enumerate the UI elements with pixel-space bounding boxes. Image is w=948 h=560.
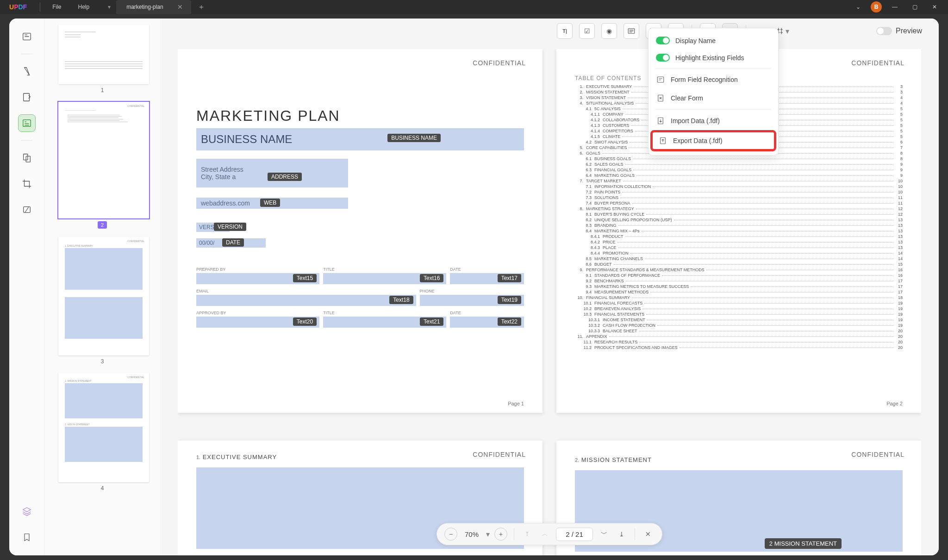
menu-display-name[interactable]: Display Name — [649, 32, 778, 49]
field-tag: WEB — [260, 199, 280, 207]
thumbnail-1[interactable]: 1 — [58, 25, 146, 93]
version-field[interactable]: VERSVERSION — [196, 223, 230, 232]
confidential-label: CONFIDENTIAL — [851, 451, 904, 458]
thumb-number: 2 — [98, 221, 107, 229]
zoom-out-button[interactable]: − — [444, 528, 457, 541]
menu-highlight-fields[interactable]: Highlight Existing Fields — [649, 49, 778, 66]
page-number: Page 2 — [886, 401, 903, 406]
email-field[interactable]: Text18 — [196, 295, 416, 306]
document-tab[interactable]: marketing-plan ✕ — [116, 0, 191, 14]
approved-by-field[interactable]: Text20 — [196, 317, 319, 328]
layers-icon[interactable] — [18, 503, 36, 520]
thumb-number: 4 — [58, 485, 146, 492]
reader-tool-icon[interactable] — [18, 28, 36, 45]
left-tool-rail — [9, 19, 44, 555]
business-name-field[interactable]: BUSINESS NAME BUSINESS NAME — [196, 128, 524, 150]
menu-file[interactable]: File — [44, 4, 69, 10]
titlebar: UPDF File Help ▾ marketing-plan ✕ ＋ ⌄ B … — [0, 0, 948, 14]
field-tag: ADDRESS — [268, 173, 302, 181]
date-field-2[interactable]: Text17 — [450, 273, 524, 284]
next-page-button[interactable]: ﹀ — [598, 528, 611, 541]
title-field[interactable]: Text16 — [323, 273, 446, 284]
field-tooltip: 2 MISSION STATEMENT — [765, 538, 842, 549]
close-tab-icon[interactable]: ✕ — [177, 3, 183, 11]
confidential-label: CONFIDENTIAL — [851, 59, 904, 67]
prev-page-button[interactable]: ︿ — [538, 528, 551, 541]
redact-tool-icon[interactable] — [18, 201, 36, 218]
bookmark-icon[interactable] — [18, 529, 36, 546]
edit-tool-icon[interactable] — [18, 88, 36, 106]
thumb-number: 3 — [58, 358, 146, 365]
import-icon — [656, 116, 665, 125]
web-field[interactable]: webaddress.com WEB — [196, 198, 348, 209]
close-bar-button[interactable]: ✕ — [642, 528, 655, 541]
menu-import-data[interactable]: Import Data (.fdf) — [649, 112, 778, 130]
svg-rect-9 — [657, 77, 664, 82]
svg-rect-3 — [23, 154, 27, 160]
confidential-label: CONFIDENTIAL — [473, 59, 526, 67]
page-input[interactable]: 2 / 21 — [556, 528, 593, 541]
document-canvas: T| ☑ ◉ OK ▤ ▦ ▾ ▾ Preview CONFIDENTIAL M… — [160, 19, 939, 555]
user-avatar[interactable]: B — [871, 1, 882, 12]
new-tab-button[interactable]: ＋ — [198, 2, 205, 12]
window-close-icon[interactable]: ✕ — [928, 1, 942, 13]
thumbnail-panel: 1 CONFIDENTIAL 2 CONFIDE — [44, 19, 160, 555]
tab-title: marketing-plan — [126, 4, 163, 10]
zoom-dropdown-icon[interactable]: ▾ — [486, 530, 490, 539]
menu-export-data[interactable]: Export Data (.fdf) — [653, 132, 774, 149]
page-title: MARKETING PLAN — [196, 107, 524, 124]
page-control-bar: − 70% ▾ + ⤒ ︿ 2 / 21 ﹀ ⤓ ✕ — [437, 523, 662, 545]
checkbox-tool[interactable]: ☑ — [579, 23, 595, 39]
field-tag: BUSINESS NAME — [387, 134, 441, 142]
thumbnail-2[interactable]: CONFIDENTIAL 2 — [58, 102, 146, 229]
title-field-2[interactable]: Text21 — [323, 317, 446, 328]
svg-rect-4 — [26, 156, 30, 162]
page-1: CONFIDENTIAL MARKETING PLAN BUSINESS NAM… — [178, 49, 543, 413]
clear-form-icon — [656, 93, 665, 103]
last-page-button[interactable]: ⤓ — [615, 528, 628, 541]
chevron-down-icon[interactable]: ⌄ — [851, 1, 865, 13]
zoom-in-button[interactable]: + — [494, 528, 507, 541]
app-frame: 1 CONFIDENTIAL 2 CONFIDE — [9, 19, 939, 555]
menu-form-recognition[interactable]: Form Field Recognition — [649, 70, 778, 89]
phone-field[interactable]: Text19 — [420, 295, 524, 306]
text-field-tool[interactable]: T| — [557, 23, 573, 39]
app-logo: UPDF — [9, 3, 27, 11]
form-tool-icon[interactable] — [18, 114, 36, 132]
dropdown-tool[interactable] — [624, 23, 639, 39]
page-number: Page 1 — [508, 401, 524, 406]
prepared-by-field[interactable]: Text15 — [196, 273, 319, 284]
export-icon — [658, 136, 667, 145]
tab-list-dropdown[interactable]: ▾ — [102, 1, 116, 13]
preview-toggle[interactable]: Preview — [876, 27, 922, 35]
radio-tool[interactable]: ◉ — [601, 23, 617, 39]
menu-export-highlighted: Export Data (.fdf) — [650, 130, 776, 151]
date-field[interactable]: 00/00/DATE — [196, 238, 266, 248]
window-minimize-icon[interactable]: — — [887, 1, 902, 13]
first-page-button[interactable]: ⤒ — [521, 528, 534, 541]
form-settings-menu: Display Name Highlight Existing Fields F… — [648, 28, 779, 156]
organize-tool-icon[interactable] — [18, 149, 36, 167]
crop-tool-icon[interactable] — [18, 175, 36, 193]
form-recognition-icon — [656, 75, 665, 84]
thumbnail-3[interactable]: CONFIDENTIAL 1. EXECUTIVE SUMMARY 3 — [58, 237, 146, 365]
menu-help[interactable]: Help — [70, 4, 98, 10]
thumbnail-4[interactable]: CONFIDENTIAL 2. MISSION STATEMENT 3. VIS… — [58, 373, 146, 492]
window-maximize-icon[interactable]: ▢ — [908, 1, 922, 13]
date-field-3[interactable]: Text22 — [450, 317, 524, 328]
svg-rect-1 — [23, 93, 29, 101]
thumb-number: 1 — [58, 87, 146, 93]
comment-tool-icon[interactable] — [18, 62, 36, 80]
address-field[interactable]: Street AddressCity, State a ADDRESS — [196, 159, 348, 187]
menu-clear-form[interactable]: Clear Form — [649, 89, 778, 107]
zoom-level: 70% — [465, 530, 479, 538]
confidential-label: CONFIDENTIAL — [473, 451, 526, 458]
